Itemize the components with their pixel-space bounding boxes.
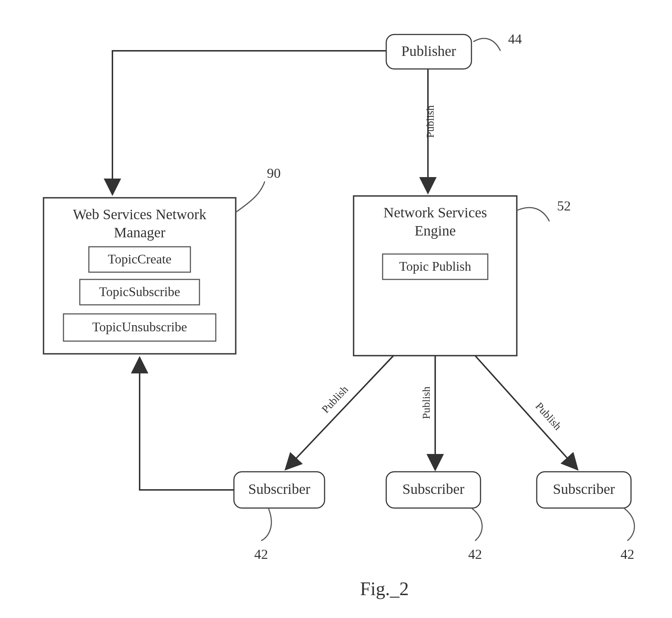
subscriber-1-ref-lead <box>261 508 271 541</box>
wsnm-ref-lead <box>236 181 265 212</box>
subscriber-label-3: Subscriber <box>553 481 615 497</box>
subscriber-1-ref: 42 <box>254 547 268 562</box>
wsnm-title-line1: Web Services Network <box>73 206 206 222</box>
subscriber-label-1: Subscriber <box>248 481 310 497</box>
nse-title-line2: Engine <box>415 222 455 239</box>
edge-publish-sub1: Publish <box>319 383 350 415</box>
publisher-label: Publisher <box>401 43 456 59</box>
wsnm-title-line2: Manager <box>114 224 165 241</box>
nse-ref: 52 <box>557 198 571 213</box>
wsnm-topic-create-label: TopicCreate <box>108 252 171 266</box>
wsnm-topic-subscribe-label: TopicSubscribe <box>99 285 180 299</box>
wsnm-ref: 90 <box>267 165 281 181</box>
conn-nse-to-sub3 <box>475 356 577 468</box>
wsnm-topic-unsubscribe-label: TopicUnsubscribe <box>92 320 187 334</box>
publisher-ref-lead <box>473 38 500 51</box>
figure-caption: Fig._2 <box>360 578 409 599</box>
nse-ref-lead <box>517 208 549 221</box>
publisher-ref: 44 <box>508 31 522 46</box>
edge-publish-top: Publish <box>424 105 436 138</box>
edge-publish-sub3: Publish <box>533 400 564 432</box>
conn-publisher-to-wsnm <box>112 51 386 193</box>
conn-sub1-to-wsnm <box>140 359 234 490</box>
nse-topic-publish-label: Topic Publish <box>399 259 471 274</box>
subscriber-3-ref-lead <box>624 508 634 541</box>
conn-nse-to-sub1 <box>286 356 393 468</box>
subscriber-2-ref: 42 <box>468 547 482 562</box>
nse-title-line1: Network Services <box>383 204 487 221</box>
subscriber-3-ref: 42 <box>621 547 634 562</box>
edge-publish-sub2: Publish <box>420 386 432 419</box>
subscriber-2-ref-lead <box>471 508 482 541</box>
subscriber-label-2: Subscriber <box>402 481 464 497</box>
